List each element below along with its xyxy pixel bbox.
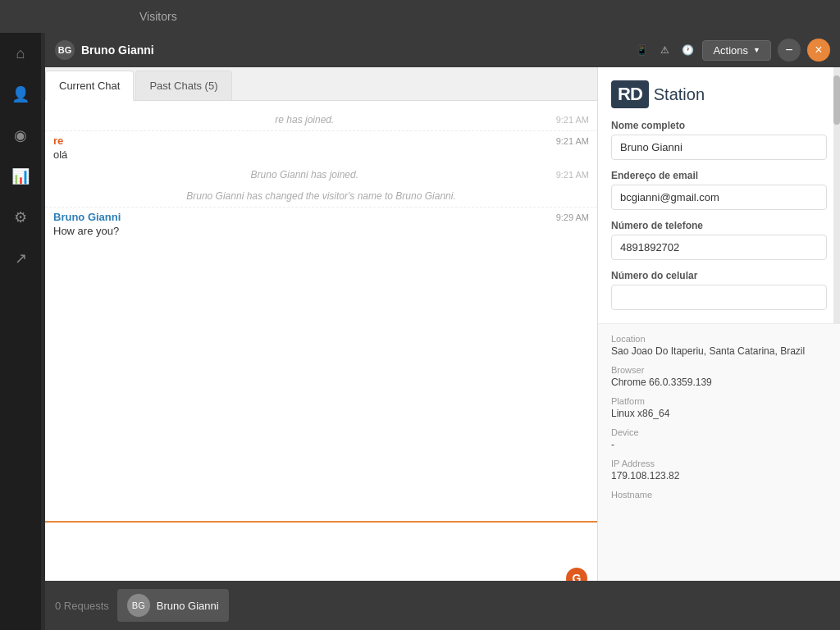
scrollbar-track[interactable] (833, 67, 840, 324)
ip-label: IP Address (611, 459, 827, 468)
nome-label: Nome completo (611, 120, 827, 131)
bottom-bar: 0 Requests BG Bruno Gianni (45, 581, 840, 630)
celular-label: Número do celular (611, 270, 827, 281)
location-row: Location Sao Joao Do Itaperiu, Santa Cat… (611, 334, 827, 357)
tab-current-chat[interactable]: Current Chat (45, 71, 134, 101)
modal-user-name: Bruno Gianni (81, 43, 627, 57)
requests-label: 0 Requests (55, 600, 109, 612)
system-msg-text: Bruno Gianni has joined. (53, 169, 556, 180)
chat-messages: re has joined. 9:21 AM re 9:21 AM olá Br… (45, 101, 597, 521)
sidebar-home-icon[interactable]: ⌂ (8, 41, 33, 66)
system-msg-time: 9:21 AM (556, 170, 589, 180)
rd-station-logo: RD Station (611, 80, 827, 108)
celular-input[interactable] (611, 285, 827, 310)
chat-panel: Current Chat Past Chats (5) re has joine… (45, 67, 598, 630)
content-area: Current Chat Past Chats (5) re has joine… (45, 67, 840, 630)
ip-value: 179.108.123.82 (611, 470, 827, 482)
nome-input[interactable] (611, 135, 827, 160)
whatsapp-icon: 📱 (633, 42, 650, 58)
system-message: Bruno Gianni has changed the visitor's n… (45, 185, 597, 207)
list-item: re 9:21 AM olá (45, 130, 597, 164)
modal-header: BG Bruno Gianni 📱 ⚠ 🕐 Actions − × (45, 33, 840, 67)
visitor-meta: Location Sao Joao Do Itaperiu, Santa Cat… (598, 324, 840, 518)
telefone-label: Número de telefone (611, 220, 827, 231)
sidebar-settings-icon[interactable]: ⚙ (8, 205, 33, 230)
list-item: Bruno Gianni 9:29 AM How are you? (45, 207, 597, 240)
sidebar-external-icon[interactable]: ↗ (8, 246, 33, 271)
message-time: 9:29 AM (556, 212, 589, 222)
sidebar-stats-icon[interactable]: 📊 (8, 164, 33, 189)
close-button[interactable]: × (807, 39, 830, 62)
bottom-chat-name: Bruno Gianni (157, 600, 219, 612)
scrollbar-thumb (833, 75, 840, 125)
alert-icon: ⚠ (656, 42, 673, 58)
browser-row: Browser Chrome 66.0.3359.139 (611, 365, 827, 388)
sidebar-users-icon[interactable]: 👤 (8, 82, 33, 107)
platform-row: Platform Linux x86_64 (611, 396, 827, 419)
device-row: Device - (611, 427, 827, 450)
system-msg-time: 9:21 AM (556, 115, 589, 125)
bottom-chat-item[interactable]: BG Bruno Gianni (117, 589, 229, 622)
rd-logo-rd: RD (611, 80, 649, 108)
ip-row: IP Address 179.108.123.82 (611, 459, 827, 482)
message-header: Bruno Gianni 9:29 AM (53, 211, 589, 223)
platform-value: Linux x86_64 (611, 408, 827, 419)
main-modal: BG Bruno Gianni 📱 ⚠ 🕐 Actions − × Curren… (45, 33, 840, 630)
email-label: Endereço de email (611, 170, 827, 181)
system-message: Bruno Gianni has joined. 9:21 AM (45, 164, 597, 185)
visitors-bar: Visitors (0, 0, 840, 33)
hostname-row: Hostname (611, 490, 827, 500)
platform-label: Platform (611, 396, 827, 406)
message-sender: re (53, 135, 63, 147)
browser-value: Chrome 66.0.3359.139 (611, 377, 827, 388)
visitor-info-scroll: RD Station Nome completo Endereço de ema… (598, 67, 840, 630)
visitor-panel: RD Station Nome completo Endereço de ema… (598, 67, 840, 630)
sidebar-chat-icon[interactable]: ◉ (8, 123, 33, 148)
sidebar: ⌂ 👤 ◉ 📊 ⚙ ↗ (0, 0, 41, 630)
system-message: re has joined. 9:21 AM (45, 109, 597, 130)
message-header: re 9:21 AM (53, 135, 589, 147)
telefone-input[interactable] (611, 235, 827, 260)
email-input[interactable] (611, 185, 827, 210)
device-label: Device (611, 427, 827, 437)
message-sender: Bruno Gianni (53, 211, 121, 223)
device-value: - (611, 439, 827, 450)
tabs: Current Chat Past Chats (5) (45, 67, 597, 101)
browser-label: Browser (611, 365, 827, 375)
hostname-label: Hostname (611, 490, 827, 500)
location-value: Sao Joao Do Itaperiu, Santa Catarina, Br… (611, 345, 827, 357)
minimize-button[interactable]: − (778, 39, 801, 62)
visitors-label: Visitors (139, 10, 177, 23)
header-icons: 📱 ⚠ 🕐 (633, 42, 696, 58)
bottom-chat-avatar: BG (127, 594, 150, 617)
visitor-form: RD Station Nome completo Endereço de ema… (598, 67, 840, 324)
location-label: Location (611, 334, 827, 344)
avatar: BG (55, 40, 75, 60)
message-time: 9:21 AM (556, 136, 589, 146)
tab-past-chats[interactable]: Past Chats (5) (135, 71, 231, 100)
system-msg-text: Bruno Gianni has changed the visitor's n… (53, 190, 589, 202)
actions-button[interactable]: Actions (702, 40, 771, 61)
message-text: How are you? (53, 225, 589, 237)
message-text: olá (53, 148, 589, 161)
clock-icon: 🕐 (679, 42, 696, 58)
rd-logo-station: Station (654, 85, 705, 104)
system-msg-text: re has joined. (53, 114, 556, 126)
